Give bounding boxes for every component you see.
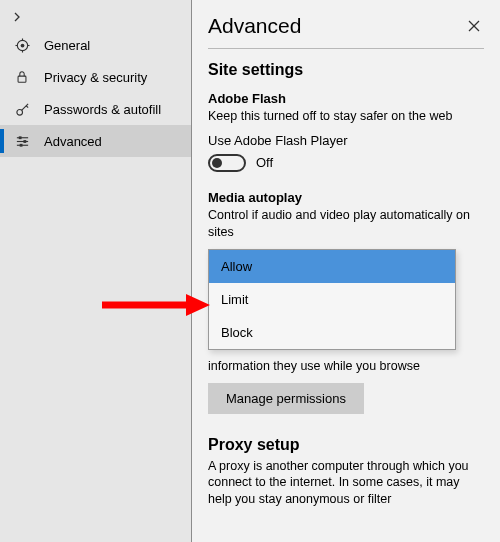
- dropdown-option-allow[interactable]: Allow: [209, 250, 455, 283]
- dropdown-option-block[interactable]: Block: [209, 316, 455, 349]
- section-site-settings: Site settings: [208, 61, 484, 79]
- toggle-knob: [212, 158, 222, 168]
- flash-desc: Keep this turned off to stay safer on th…: [208, 108, 484, 125]
- sidebar-item-label: General: [44, 38, 90, 53]
- svg-line-9: [26, 105, 28, 107]
- autoplay-dropdown[interactable]: Allow Limit Block: [208, 249, 484, 350]
- lock-icon: [14, 69, 30, 85]
- sidebar-item-advanced[interactable]: Advanced: [0, 125, 191, 157]
- key-icon: [14, 101, 30, 117]
- sliders-icon: [14, 133, 30, 149]
- sidebar-item-general[interactable]: General: [0, 29, 191, 61]
- proxy-desc: A proxy is another computer through whic…: [208, 458, 484, 509]
- svg-rect-6: [18, 76, 26, 82]
- flash-title: Adobe Flash: [208, 91, 484, 106]
- autoplay-title: Media autoplay: [208, 190, 484, 205]
- autoplay-desc: Control if audio and video play automati…: [208, 207, 484, 241]
- gear-icon: [14, 37, 30, 53]
- sidebar-item-passwords[interactable]: Passwords & autofill: [0, 93, 191, 125]
- svg-rect-14: [23, 140, 26, 143]
- sidebar-item-privacy[interactable]: Privacy & security: [0, 61, 191, 93]
- settings-main-panel: Advanced Site settings Adobe Flash Keep …: [192, 0, 500, 542]
- flash-toggle[interactable]: [208, 154, 246, 172]
- sidebar-item-label: Privacy & security: [44, 70, 147, 85]
- toggle-state-label: Off: [256, 155, 273, 170]
- svg-rect-13: [18, 136, 21, 139]
- close-icon[interactable]: [464, 16, 484, 37]
- manage-permissions-button[interactable]: Manage permissions: [208, 383, 364, 414]
- back-chevron-icon[interactable]: [0, 6, 191, 29]
- sidebar-item-label: Passwords & autofill: [44, 102, 161, 117]
- svg-rect-15: [19, 143, 22, 146]
- flash-use-label: Use Adobe Flash Player: [208, 133, 484, 148]
- partial-text: information they use while you browse: [208, 358, 484, 375]
- dropdown-option-limit[interactable]: Limit: [209, 283, 455, 316]
- page-title: Advanced: [208, 14, 301, 38]
- svg-point-1: [20, 43, 24, 47]
- section-proxy: Proxy setup: [208, 436, 484, 454]
- dropdown-list: Allow Limit Block: [208, 249, 456, 350]
- sidebar-item-label: Advanced: [44, 134, 102, 149]
- settings-sidebar: General Privacy & security Passwords & a…: [0, 0, 192, 542]
